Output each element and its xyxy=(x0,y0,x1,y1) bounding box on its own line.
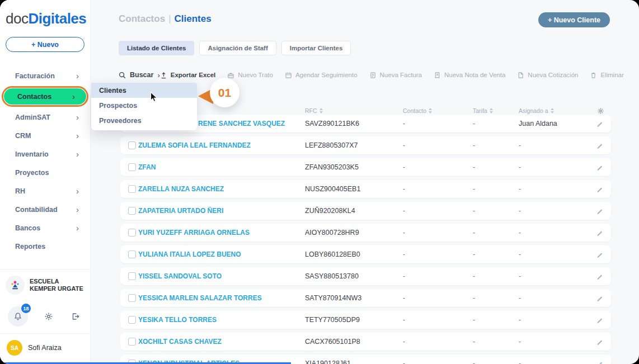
client-name-link[interactable]: ZULEMA SOFIA LEAL FERNANDEZ xyxy=(138,141,305,149)
dropdown-item-prospectos[interactable]: Prospectos xyxy=(91,98,197,113)
client-name-link[interactable]: ZAPATERIA URTADO ÑERI xyxy=(138,207,305,215)
edit-pencil-icon xyxy=(596,295,603,302)
tab-asignacion-de-staff[interactable]: Asignación de Staff xyxy=(199,41,276,55)
rfc-cell: AIOY800728HR9 xyxy=(305,229,403,237)
edit-row-button[interactable] xyxy=(596,295,611,302)
edit-row-button[interactable] xyxy=(596,316,611,324)
table-row[interactable]: XOCHILT CASAS CHAVEZCACX7605101P8--- xyxy=(120,333,611,351)
sidebar-item-facturacion[interactable]: Facturación› xyxy=(0,67,90,85)
app-window: docDigitales + Nuevo Facturación›Contact… xyxy=(0,0,639,364)
tab-importar-clientes[interactable]: Importar Clientes xyxy=(281,41,351,55)
sidebar-item-contabilidad[interactable]: Contabilidad› xyxy=(0,200,90,219)
client-name-link[interactable]: YESIKA TELLO TORRES xyxy=(138,316,305,324)
contacto-cell: - xyxy=(403,163,473,171)
toolbar-action-nueva-factura[interactable]: Nueva Factura xyxy=(369,72,422,79)
current-user[interactable]: SA Sofi Araiza xyxy=(0,333,90,362)
account-switcher[interactable]: ESCUELA KEMPER URGATE xyxy=(0,269,90,301)
row-checkbox[interactable] xyxy=(128,163,136,171)
search-control[interactable]: Buscar › xyxy=(119,71,160,79)
sidebar-item-bancos[interactable]: Bancos› xyxy=(0,219,90,237)
row-checkbox[interactable] xyxy=(128,316,136,324)
settings-button[interactable] xyxy=(42,310,55,323)
account-avatar xyxy=(6,276,25,295)
row-checkbox[interactable] xyxy=(128,294,136,302)
receipt-icon xyxy=(434,72,441,79)
sidebar-item-label: Proyectos xyxy=(15,169,79,177)
edit-row-button[interactable] xyxy=(596,229,611,237)
cursor-icon xyxy=(150,92,159,103)
toolbar-action-label: Agendar Seguimiento xyxy=(295,72,358,78)
sidebar-item-proyectos[interactable]: Proyectos xyxy=(0,163,90,182)
client-name-link[interactable]: YESSICA MARLEN SALAZAR TORRES xyxy=(138,294,305,302)
edit-row-button[interactable] xyxy=(596,186,611,193)
client-name-link[interactable]: ZFAN xyxy=(138,163,305,171)
table-row[interactable]: ZULEMA SOFIA LEAL FERNANDEZLEFZ8805307X7… xyxy=(120,136,611,154)
table-row[interactable]: ZFANZFAN9305203K5--- xyxy=(120,158,611,176)
row-checkbox[interactable] xyxy=(128,185,136,193)
edit-row-button[interactable] xyxy=(596,207,611,215)
breadcrumb-separator: | xyxy=(165,13,174,24)
tarifa-cell: - xyxy=(473,185,519,193)
edit-row-button[interactable] xyxy=(596,360,611,364)
sidebar-item-inventario[interactable]: Inventario› xyxy=(0,145,90,163)
column-settings-button[interactable] xyxy=(597,107,611,115)
tab-listado-de-clientes[interactable]: Listado de Clientes xyxy=(119,41,194,55)
rfc-cell: LOBY860128EB0 xyxy=(305,250,403,258)
table-row[interactable]: YESIKA TELLO TORRESTETY770505DP9--- xyxy=(120,311,611,329)
client-name-link[interactable]: ZARELLA NUZA SANCHEZ xyxy=(138,185,305,193)
row-checkbox[interactable] xyxy=(128,207,136,215)
edit-row-button[interactable] xyxy=(596,164,611,171)
edit-pencil-icon xyxy=(596,142,603,149)
edit-row-button[interactable] xyxy=(596,273,611,280)
new-button[interactable]: + Nuevo xyxy=(6,37,84,52)
edit-row-button[interactable] xyxy=(596,338,611,346)
notifications-button[interactable]: 18 xyxy=(8,306,28,327)
sidebar-item-reportes[interactable]: Reportes xyxy=(0,237,90,256)
tarifa-cell: - xyxy=(473,294,519,302)
dropdown-item-clientes[interactable]: Clientes xyxy=(91,83,197,98)
annotation-callout: 01 xyxy=(198,78,239,107)
rfc-cell: NUSZ900405EB1 xyxy=(305,185,403,193)
row-checkbox[interactable] xyxy=(128,250,136,258)
edit-row-button[interactable] xyxy=(596,120,611,127)
toolbar-action-agendar-seguimiento[interactable]: Agendar Seguimiento xyxy=(285,72,358,79)
table-row[interactable]: YISSEL SANDOVAL SOTOSASY880513780--- xyxy=(120,267,611,285)
rfc-cell: LEFZ8805307X7 xyxy=(305,141,403,149)
row-checkbox[interactable] xyxy=(128,141,136,149)
row-checkbox[interactable] xyxy=(128,229,136,237)
client-name-link[interactable]: YURI YUZEFF ARRIAGA ORNELAS xyxy=(138,229,305,237)
table-row[interactable]: YULIANA ITALIA LOPEZ BUENOLOBY860128EB0-… xyxy=(120,245,611,263)
toolbar-action-nueva-nota-de-venta[interactable]: Nueva Nota de Venta xyxy=(434,72,505,79)
chevron-right-icon: › xyxy=(76,131,79,140)
table-row[interactable]: ZAPATERIA URTADO ÑERIZUÑ920208KL4--- xyxy=(120,202,611,220)
table-row[interactable]: YESSICA MARLEN SALAZAR TORRESSATY870914N… xyxy=(120,289,611,307)
client-name-link[interactable]: YULIANA ITALIA LOPEZ BUENO xyxy=(138,250,305,258)
sidebar-item-adminsat[interactable]: AdminSAT› xyxy=(0,108,90,126)
column-header-rfc[interactable]: RFC xyxy=(305,107,403,114)
sidebar-item-rh[interactable]: RH› xyxy=(0,182,90,200)
chevron-right-icon: › xyxy=(76,224,79,232)
rfc-cell: TETY770505DP9 xyxy=(305,316,403,324)
client-name-link[interactable]: YISSEL SANDOVAL SOTO xyxy=(138,272,305,280)
logout-button[interactable] xyxy=(69,310,82,323)
table-row[interactable]: YURI YUZEFF ARRIAGA ORNELASAIOY800728HR9… xyxy=(120,224,611,242)
column-header-asignado-a[interactable]: Asignado a xyxy=(519,107,593,114)
new-client-button[interactable]: + Nuevo Cliente xyxy=(538,12,610,27)
calendar-icon xyxy=(285,72,292,79)
client-name-link[interactable]: XOCHILT CASAS CHAVEZ xyxy=(138,338,305,346)
table-row[interactable]: ZARELLA NUZA SANCHEZNUSZ900405EB1--- xyxy=(120,180,611,198)
sidebar-item-contactos[interactable]: Contactos› xyxy=(4,88,86,105)
tarifa-cell: - xyxy=(473,229,519,237)
user-name: Sofi Araiza xyxy=(28,344,62,352)
row-checkbox[interactable] xyxy=(128,272,136,280)
column-header-contacto[interactable]: Contacto xyxy=(403,107,473,114)
toolbar-action-eliminar[interactable]: Eliminar xyxy=(590,72,624,79)
edit-row-button[interactable] xyxy=(596,251,611,258)
asignado-cell: - xyxy=(519,338,593,346)
row-checkbox[interactable] xyxy=(128,338,136,346)
column-header-tarifa[interactable]: Tarifa xyxy=(473,107,519,114)
sidebar-item-crm[interactable]: CRM› xyxy=(0,126,90,145)
toolbar-action-nueva-cotizacion[interactable]: Nueva Cotización xyxy=(517,72,578,79)
edit-row-button[interactable] xyxy=(596,142,611,149)
dropdown-item-proveedores[interactable]: Proveedores xyxy=(91,113,197,128)
